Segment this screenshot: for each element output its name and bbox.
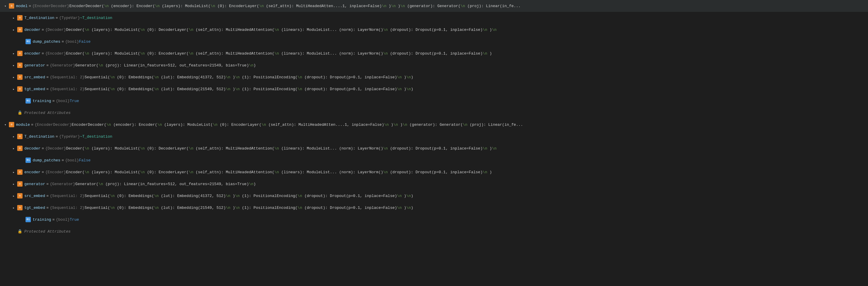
var-name-row11: module [16, 123, 30, 127]
tree-row-row8: ≡tgt_embed = {Sequential: 2} Sequential(… [0, 83, 868, 95]
equals-row17: = [46, 194, 49, 198]
protected-icon-row20: 🔒 [17, 229, 23, 234]
expand-arrow-row19 [19, 217, 25, 223]
protected-label-row10: Protected Attributes [24, 111, 71, 115]
var-icon-row13: ≡ [17, 146, 23, 151]
expand-arrow-row20 [11, 228, 17, 234]
tree-row-row13: ≡decoder = {Decoder} Decoder(\n (layers)… [0, 142, 868, 154]
value-row3: Decoder(\n (layers): ModuleList(\n (0): … [66, 28, 497, 32]
tree-row-row18: ≡tgt_embed = {Sequential: 2} Sequential(… [0, 202, 868, 214]
var-icon-row1: ≡ [9, 3, 14, 9]
row-content-row16: generator = {Generator} Generator(\n (pr… [24, 182, 868, 186]
expand-arrow-row2[interactable] [11, 15, 17, 21]
row-content-row11: module = {EncoderDecoder} EncoderDecoder… [16, 123, 868, 127]
equals-row2: = [56, 16, 58, 20]
value-row12: ~T_destination [80, 134, 112, 139]
equals-row16: = [46, 182, 49, 186]
tree-row-row20: 🔒Protected Attributes [0, 225, 868, 237]
expand-arrow-row12[interactable] [11, 133, 17, 139]
row-content-row2: T_destination = {TypeVar} ~T_destination [24, 16, 868, 20]
equals-row12: = [56, 134, 58, 139]
value-row8: Sequential(\n (0): Embeddings(\n (lut): … [85, 87, 413, 91]
value-row18: Sequential(\n (0): Embeddings(\n (lut): … [85, 205, 413, 210]
tree-row-row10: 🔒Protected Attributes [0, 107, 868, 119]
expand-arrow-row8[interactable] [11, 86, 17, 92]
type-row11: {EncoderDecoder} [35, 123, 72, 127]
equals-row5: = [42, 51, 44, 56]
equals-row9: = [52, 99, 55, 103]
row-content-row9: training = {bool} True [33, 99, 868, 103]
expand-arrow-row16[interactable] [11, 181, 17, 187]
row-content-row13: decoder = {Decoder} Decoder(\n (layers):… [24, 146, 868, 151]
tree-row-row2: ≡T_destination = {TypeVar} ~T_destinatio… [0, 12, 868, 24]
equals-row15: = [42, 170, 44, 174]
row-content-row14: dump_patches = {bool} False [33, 158, 868, 163]
equals-row8: = [46, 87, 49, 91]
tree-row-row12: ≡T_destination = {TypeVar} ~T_destinatio… [0, 131, 868, 142]
var-icon-row5: ≡ [17, 51, 23, 56]
expand-arrow-row1[interactable] [2, 3, 8, 9]
expand-arrow-row13[interactable] [11, 146, 17, 151]
var-name-row2: T_destination [24, 16, 54, 20]
row-content-row5: encoder = {Encoder} Encoder(\n (layers):… [24, 51, 868, 56]
equals-row6: = [46, 63, 49, 68]
type-row19: {bool} [56, 218, 70, 222]
row-content-row6: generator = {Generator} Generator(\n (pr… [24, 63, 868, 68]
type-row17: {Sequential: 2} [50, 194, 85, 198]
protected-label-row20: Protected Attributes [24, 229, 71, 234]
expand-arrow-row11[interactable] [2, 122, 8, 128]
value-row14: False [79, 158, 91, 163]
type-row14: {bool} [65, 158, 79, 163]
var-name-row3: decoder [24, 28, 41, 32]
tree-container: ≡model = {EncoderDecoder} EncoderDecoder… [0, 0, 868, 237]
expand-arrow-row18[interactable] [11, 205, 17, 211]
var-name-row15: encoder [24, 170, 41, 174]
var-name-row7: src_embed [24, 75, 45, 80]
expand-arrow-row6[interactable] [11, 62, 17, 68]
value-row13: Decoder(\n (layers): ModuleList(\n (0): … [66, 146, 497, 151]
equals-row11: = [31, 123, 33, 127]
tree-row-row14: 01dump_patches = {bool} False [0, 154, 868, 166]
row-content-row8: tgt_embed = {Sequential: 2} Sequential(\… [24, 87, 868, 91]
expand-arrow-row7[interactable] [11, 74, 17, 80]
tree-row-row11: ≡module = {EncoderDecoder} EncoderDecode… [0, 119, 868, 131]
var-name-row1: model [16, 4, 28, 8]
row-content-row12: T_destination = {TypeVar} ~T_destination [24, 134, 868, 139]
value-row4: False [79, 39, 91, 44]
protected-icon-row10: 🔒 [17, 110, 23, 116]
value-row9: True [70, 99, 79, 103]
expand-arrow-row15[interactable] [11, 169, 17, 175]
equals-row18: = [46, 205, 49, 210]
var-icon-row2: ≡ [17, 15, 23, 21]
expand-arrow-row9 [19, 98, 25, 104]
expand-arrow-row14 [19, 157, 25, 163]
tree-row-row17: ≡src_embed = {Sequential: 2} Sequential(… [0, 190, 868, 202]
row-content-row4: dump_patches = {bool} False [33, 39, 868, 44]
var-name-row18: tgt_embed [24, 205, 45, 210]
type-row4: {bool} [65, 39, 79, 44]
type-row7: {Sequential: 2} [50, 75, 85, 80]
var-name-row9: training [33, 99, 51, 103]
var-name-row13: decoder [24, 146, 41, 151]
expand-arrow-row10 [11, 110, 17, 116]
tree-row-row15: ≡encoder = {Encoder} Encoder(\n (layers)… [0, 166, 868, 178]
type-row9: {bool} [56, 99, 70, 103]
equals-row7: = [46, 75, 49, 80]
expand-arrow-row3[interactable] [11, 27, 17, 33]
value-row2: ~T_destination [80, 16, 112, 20]
row-content-row15: encoder = {Encoder} Encoder(\n (layers):… [24, 170, 868, 174]
tree-row-row4: 01dump_patches = {bool} False [0, 36, 868, 47]
row-content-row19: training = {bool} True [33, 218, 868, 222]
value-row16: Generator(\n (proj): Linear(in_features=… [75, 182, 256, 186]
expand-arrow-row5[interactable] [11, 51, 17, 56]
value-row7: Sequential(\n (0): Embeddings(\n (lut): … [85, 75, 413, 80]
value-row6: Generator(\n (proj): Linear(in_features=… [75, 63, 256, 68]
var-name-row4: dump_patches [33, 39, 61, 44]
type-row2: {TypeVar} [59, 16, 80, 20]
expand-arrow-row17[interactable] [11, 193, 17, 199]
tree-row-row3: ≡decoder = {Decoder} Decoder(\n (layers)… [0, 24, 868, 36]
var-name-row8: tgt_embed [24, 87, 45, 91]
row-content-row1: model = {EncoderDecoder} EncoderDecoder(… [16, 4, 868, 8]
tree-row-row16: ≡generator = {Generator} Generator(\n (p… [0, 178, 868, 190]
var-icon-row3: ≡ [17, 27, 23, 32]
